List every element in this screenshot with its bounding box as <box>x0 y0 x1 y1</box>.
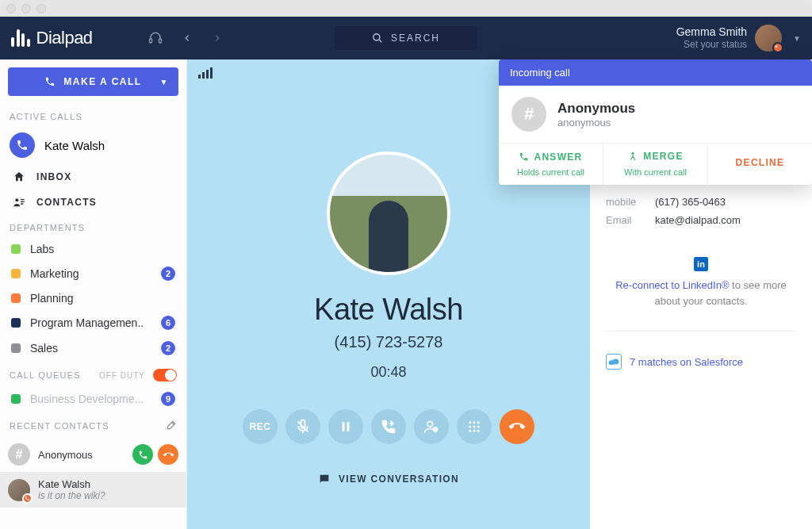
merge-label: MERGE <box>643 151 684 162</box>
decline-button[interactable]: DECLINE <box>708 144 812 185</box>
active-calls-label: ACTIVE CALLS <box>0 104 186 126</box>
answer-call-button[interactable] <box>132 444 153 465</box>
detail-label-email: Email <box>606 214 655 226</box>
compose-icon[interactable] <box>166 420 177 432</box>
callee-avatar <box>327 151 450 275</box>
answer-button[interactable]: ANSWER Holds current call <box>499 144 603 185</box>
user-avatar <box>755 25 782 52</box>
recent-sub: is it on the wiki? <box>38 490 178 501</box>
incoming-sub: anonymous <box>557 117 635 128</box>
badge: 9 <box>161 392 175 406</box>
brand-logo[interactable]: Dialpad <box>11 28 93 48</box>
record-button[interactable]: REC <box>243 409 278 444</box>
merge-icon <box>627 151 638 162</box>
divider <box>606 331 796 332</box>
topbar: Dialpad SEARCH Gemma Smith Set your stat… <box>0 17 812 59</box>
nav-contacts-label: CONTACTS <box>36 197 97 208</box>
presence-dot-icon <box>22 493 33 504</box>
svg-rect-1 <box>159 39 161 43</box>
hangup-icon <box>506 416 528 438</box>
add-person-button[interactable] <box>414 409 449 444</box>
sidebar-item-department[interactable]: Planning <box>0 286 186 310</box>
active-call-item[interactable]: Kate Walsh <box>0 126 186 164</box>
svg-rect-5 <box>347 422 350 431</box>
make-call-button[interactable]: MAKE A CALL ▼ <box>8 67 178 96</box>
view-conversation-label: VIEW CONVERSATION <box>339 473 459 485</box>
svg-point-16 <box>477 430 480 432</box>
recent-label: RECENT CONTACTS <box>10 421 109 431</box>
recent-contact-kate[interactable]: Kate Walsh is it on the wiki? <box>0 472 186 508</box>
search-icon <box>372 33 383 44</box>
hangup-button[interactable] <box>500 409 534 444</box>
callee-name: Kate Walsh <box>314 293 463 327</box>
color-swatch-icon <box>11 318 21 328</box>
queues-label: CALL QUEUES <box>10 370 81 380</box>
badge: 6 <box>161 316 175 330</box>
hash-avatar-icon: # <box>511 97 546 132</box>
recent-name: Anonymous <box>38 449 124 461</box>
linkedin-reconnect-link[interactable]: Re-connect to LinkedIn® <box>615 279 729 291</box>
salesforce-link[interactable]: 7 matches on Salesforce <box>606 354 796 370</box>
off-duty-toggle[interactable] <box>153 369 177 381</box>
user-name: Gemma Smith <box>676 25 747 39</box>
recent-contact-anonymous[interactable]: # Anonymous <box>0 437 186 472</box>
call-controls: REC <box>243 409 534 444</box>
search-input[interactable]: SEARCH <box>335 26 477 50</box>
incoming-header: Incoming call <box>499 59 812 86</box>
incoming-name: Anonymous <box>557 101 635 117</box>
svg-point-11 <box>469 426 471 428</box>
detail-label-mobile: mobile <box>606 196 655 208</box>
mute-button[interactable] <box>285 409 320 444</box>
traffic-light-zoom[interactable] <box>36 4 46 13</box>
phone-icon <box>519 151 529 162</box>
logo-bars-icon <box>11 29 30 47</box>
sidebar-item-queue[interactable]: Business Developme... 9 <box>0 386 186 412</box>
color-swatch-icon <box>11 343 21 353</box>
pause-icon <box>339 420 353 434</box>
salesforce-icon <box>606 354 622 370</box>
brand-name: Dialpad <box>36 28 93 48</box>
nav-inbox-label: INBOX <box>36 171 72 182</box>
sidebar-item-department[interactable]: Sales 2 <box>0 335 186 361</box>
recent-name: Kate Walsh <box>38 478 178 490</box>
view-conversation-button[interactable]: VIEW CONVERSATION <box>318 473 459 493</box>
svg-rect-0 <box>149 39 151 43</box>
presence-dot-icon <box>772 42 783 53</box>
nav-contacts[interactable]: CONTACTS <box>0 190 186 215</box>
merge-button[interactable]: MERGE With current call <box>603 144 708 185</box>
svg-rect-4 <box>343 422 345 431</box>
decline-call-button[interactable] <box>158 444 178 465</box>
recent-section: RECENT CONTACTS <box>0 412 186 437</box>
window-chrome <box>0 0 812 17</box>
user-status: Set your status <box>676 39 747 50</box>
sidebar-item-department[interactable]: Marketing 2 <box>0 261 186 286</box>
call-timer: 00:48 <box>370 364 406 381</box>
nav-inbox[interactable]: INBOX <box>0 164 186 190</box>
dialpad-button[interactable] <box>457 409 492 444</box>
traffic-light-close[interactable] <box>6 4 16 13</box>
signal-strength-icon <box>198 67 213 79</box>
traffic-light-minimize[interactable] <box>21 4 31 13</box>
department-label: Planning <box>30 292 175 305</box>
transfer-button[interactable] <box>371 409 406 444</box>
department-label: Marketing <box>30 267 151 280</box>
svg-point-8 <box>469 421 471 424</box>
nav-forward-icon[interactable] <box>212 33 223 44</box>
headset-icon[interactable] <box>148 31 163 45</box>
salesforce-text: 7 matches on Salesforce <box>630 356 743 368</box>
sidebar-item-department[interactable]: Program Managemen.. 6 <box>0 310 186 335</box>
linkedin-icon: in <box>694 257 708 271</box>
top-nav <box>148 31 223 45</box>
nav-back-icon[interactable] <box>182 33 193 44</box>
sidebar-item-department[interactable]: Labs <box>0 237 186 261</box>
transfer-icon <box>381 419 396 435</box>
queue-label: Business Developme... <box>30 393 151 405</box>
queues-section: CALL QUEUES OFF DUTY <box>0 361 186 386</box>
merge-sub: With current call <box>607 167 704 177</box>
user-menu[interactable]: Gemma Smith Set your status ▼ <box>676 25 801 52</box>
svg-point-12 <box>473 426 476 428</box>
svg-point-9 <box>473 421 476 424</box>
hold-button[interactable] <box>328 409 363 444</box>
search-placeholder: SEARCH <box>391 33 440 44</box>
svg-point-6 <box>427 421 433 427</box>
